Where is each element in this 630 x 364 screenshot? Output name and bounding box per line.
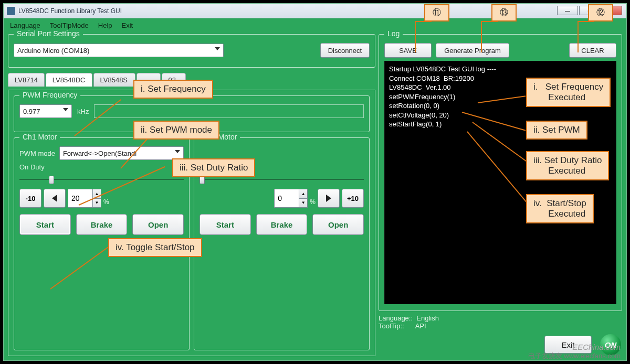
status-tip-label: ToolTip:: <box>379 322 404 330</box>
disconnect-button[interactable]: Disconnect <box>320 43 370 58</box>
ch2-plus10-button[interactable]: +10 <box>342 189 364 208</box>
pwm-frequency-value: 0.977 <box>23 108 40 115</box>
annotation-r1: i. Set Frequency Executed <box>526 78 611 107</box>
log-legend: Log <box>384 29 403 38</box>
menubar: Language ToolTipMode Help Exit <box>4 18 626 32</box>
annotation-11: ⑪ <box>424 4 449 22</box>
menu-help[interactable]: Help <box>98 22 112 29</box>
status-row2: ToolTip:: API <box>379 322 622 330</box>
annotation-r3: iii. Set Duty Ratio Executed <box>526 151 609 180</box>
ch1-open-button[interactable]: Open <box>132 214 184 235</box>
pwm-mode-combo[interactable]: Forward<->Open(Standl <box>59 146 184 160</box>
spin-down-icon[interactable]: ▼ <box>92 199 101 208</box>
ch2-start-button[interactable]: Start <box>200 214 251 235</box>
pwm-mode-label: PWM mode <box>19 149 55 157</box>
pwm-freq-spacer <box>94 104 364 118</box>
ch1-step-left-button[interactable] <box>44 189 66 208</box>
watermark-elecfans: 电子发烧友 www.elecfans.com <box>528 351 621 361</box>
slider-track <box>200 179 364 180</box>
ch1-duty-value: 20 <box>71 194 80 202</box>
tab-lv8714[interactable]: LV8714 <box>8 73 45 87</box>
annotation-r2: ii. Set PWM <box>526 121 587 140</box>
menu-language[interactable]: Language <box>10 22 40 29</box>
annotation-line <box>481 21 482 52</box>
titlebar: LV8548DC Function Library Test GUI — ▭ ✕ <box>4 4 626 18</box>
app-icon <box>7 7 15 15</box>
status-lang-label: Language:: <box>379 314 413 322</box>
serial-port-combo[interactable]: Arduino Micro (COM18) <box>14 44 224 57</box>
annotation-set-pwm-mode: ii. Set PWM mode <box>133 121 219 140</box>
log-line: Startup LV8548DC Test GUI log ---- <box>389 65 612 74</box>
pwm-freq-legend: PWM Frequency <box>19 91 80 99</box>
log-save-button[interactable]: SAVE <box>384 43 432 58</box>
serial-port-value: Arduino Micro (COM18) <box>17 47 89 55</box>
app-window: LV8548DC Function Library Test GUI — ▭ ✕… <box>3 3 627 361</box>
ch1-duty-input[interactable]: 20 ▲▼ <box>68 189 101 208</box>
ch1-brake-button[interactable]: Brake <box>76 214 128 235</box>
spin-up-icon[interactable]: ▲ <box>299 189 307 199</box>
chevron-down-icon <box>63 108 68 111</box>
tab-lv8548dc[interactable]: LV8548DC <box>46 73 92 87</box>
status-row: Language:: English <box>379 314 622 322</box>
tab-lv8548s[interactable]: LV8548S <box>93 73 135 87</box>
serial-port-settings: Serial Port Settings Arduino Micro (COM1… <box>8 34 375 68</box>
annotation-line <box>415 21 416 52</box>
ch1-pct: % <box>103 198 109 206</box>
ch1-onduty-label: On Duty <box>19 163 45 171</box>
slider-track <box>19 179 184 180</box>
slider-thumb[interactable] <box>49 176 54 184</box>
ch2-pct: % <box>310 198 316 206</box>
pwm-frequency-combo[interactable]: 0.977 <box>19 104 72 118</box>
ch1-duty-slider[interactable] <box>19 174 184 185</box>
annotation-line <box>578 21 579 52</box>
ch2-brake-button[interactable]: Brake <box>256 214 308 235</box>
ch1-start-button[interactable]: Start <box>19 214 71 235</box>
pwm-mode-value: Forward<->Open(Standl <box>63 149 136 157</box>
chevron-down-icon <box>175 150 180 153</box>
minimize-button[interactable]: — <box>557 6 578 15</box>
menu-exit[interactable]: Exit <box>122 22 133 29</box>
log-generate-button[interactable]: Generate Program <box>436 43 509 58</box>
serial-legend: Serial Port Settings <box>14 29 83 38</box>
status-tip-value: API <box>415 322 426 330</box>
annotation-r4: iv. Start/Stop Executed <box>526 194 594 223</box>
ch1-legend: Ch1 Motor <box>19 133 60 141</box>
log-clear-button[interactable]: CLEAR <box>569 43 616 58</box>
pwm-freq-unit: kHz <box>77 108 89 115</box>
ch2-step-right-button[interactable] <box>318 189 340 208</box>
ch2-duty-value: 0 <box>278 194 282 202</box>
annotation-set-duty-ratio: iii. Set Duty Ratio <box>172 158 255 177</box>
watermark-eechina: EEChina.com <box>572 342 621 351</box>
chevron-down-icon <box>215 47 220 50</box>
ch2-duty-input[interactable]: 0 ▲▼ <box>274 189 308 208</box>
annotation-12: ⑫ <box>588 4 613 22</box>
annotation-13: ⑬ <box>491 4 517 22</box>
window-title: LV8548DC Function Library Test GUI <box>18 7 623 15</box>
log-line: setCtlVoltage(0, 20) <box>389 111 612 120</box>
annotation-set-frequency: i. Set Frequency <box>133 80 213 99</box>
spin-down-icon[interactable]: ▼ <box>299 199 307 208</box>
menu-tooltipmode[interactable]: ToolTipMode <box>50 22 89 29</box>
status-lang-value: English <box>416 314 439 322</box>
triangle-right-icon <box>326 195 331 202</box>
triangle-left-icon <box>52 195 57 202</box>
ch2-open-button[interactable]: Open <box>312 214 364 235</box>
ch1-minus10-button[interactable]: -10 <box>19 189 41 208</box>
annotation-toggle-start: iv. Toggle Start/Stop <box>108 238 202 257</box>
